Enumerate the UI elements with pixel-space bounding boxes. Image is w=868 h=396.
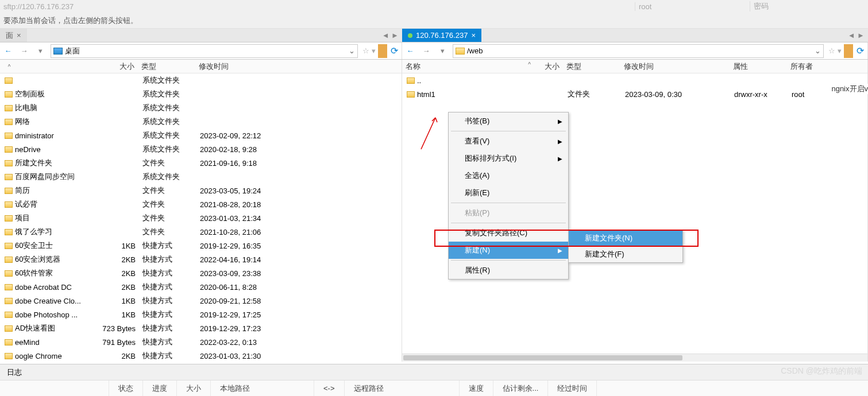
table-row[interactable]: 60安全浏览器2KB快捷方式2022-04-16, 19:14 xyxy=(0,253,402,266)
col-type[interactable]: 类型 xyxy=(563,61,620,72)
table-row[interactable]: 60安全卫士1KB快捷方式2019-12-29, 16:35 xyxy=(0,239,402,253)
status-progress: 进度 xyxy=(143,381,177,396)
password-field[interactable]: 密码 xyxy=(750,1,865,11)
refresh-icon[interactable]: ⟳ xyxy=(853,45,867,56)
close-icon[interactable]: × xyxy=(471,31,476,40)
table-row[interactable]: 系统文件夹 xyxy=(0,73,402,87)
submenu-newfolder[interactable]: 新建文件夹(N) xyxy=(569,230,682,246)
file-name: AD快速看图 xyxy=(1,323,93,333)
table-row[interactable]: dministrator系统文件夹2023-02-09, 22:12 xyxy=(0,129,402,142)
col-name[interactable]: 名称^ xyxy=(402,61,534,72)
file-mtime: 2023-01-03, 21:30 xyxy=(196,352,300,360)
table-row[interactable]: dobe Creative Clo...1KB快捷方式2020-09-21, 1… xyxy=(0,294,402,308)
user-field[interactable]: root xyxy=(635,2,750,11)
close-icon[interactable]: × xyxy=(17,31,21,40)
menu-selectall[interactable]: 全选(A) xyxy=(449,167,568,184)
col-mtime[interactable]: 修改时间 xyxy=(195,61,299,72)
folder-icon xyxy=(5,325,13,332)
log-strip[interactable]: 日志 xyxy=(0,364,868,380)
menu-view[interactable]: 查看(V)▶ xyxy=(449,133,568,150)
col-size[interactable]: 大小 xyxy=(92,61,138,72)
file-type: 文件夹 xyxy=(139,227,196,237)
local-header[interactable]: ^ 大小 类型 修改时间 xyxy=(0,60,402,73)
table-row[interactable]: html1文件夹2023-03-09, 0:30drwxr-xr-xroot xyxy=(402,87,867,101)
forward-button[interactable]: → xyxy=(418,43,434,59)
file-type: 系统文件夹 xyxy=(139,75,196,86)
table-row[interactable]: 网络系统文件夹 xyxy=(0,115,402,129)
chevron-down-icon[interactable]: ⌄ xyxy=(349,46,355,55)
table-row[interactable]: dobe Photoshop ...1KB快捷方式2019-12-29, 17:… xyxy=(0,308,402,321)
folder-icon xyxy=(5,353,13,359)
forward-button[interactable]: → xyxy=(16,43,32,59)
table-row[interactable]: 简历文件夹2023-03-05, 19:24 xyxy=(0,184,402,197)
table-row[interactable]: 所建文件夹文件夹2021-09-16, 9:18 xyxy=(0,156,402,170)
local-path-box[interactable]: ⌄ xyxy=(51,44,358,58)
file-name: .. xyxy=(403,76,535,85)
up-button[interactable]: ▾ xyxy=(32,43,48,59)
remote-header[interactable]: 名称^ 大小 类型 修改时间 属性 所有者 xyxy=(402,60,867,73)
table-row[interactable]: 60软件管家2KB快捷方式2023-03-09, 23:38 xyxy=(0,266,402,280)
remote-path-box[interactable]: ⌄ xyxy=(453,44,824,58)
table-row[interactable]: 试必背文件夹2021-08-28, 20:18 xyxy=(0,197,402,211)
table-row[interactable]: eeMind791 Bytes快捷方式2022-03-22, 0:13 xyxy=(0,335,402,349)
star-icon[interactable]: ☆ ▾ xyxy=(826,46,844,55)
table-row[interactable]: 项目文件夹2023-01-03, 21:34 xyxy=(0,211,402,225)
refresh-icon[interactable]: ⟳ xyxy=(387,45,402,56)
status-remotepath: 远程路径 xyxy=(345,381,460,396)
file-type: 文件夹 xyxy=(139,185,196,196)
table-row[interactable]: dobe Acrobat DC2KB快捷方式2020-06-11, 8:28 xyxy=(0,280,402,294)
status-size: 大小 xyxy=(177,381,211,396)
bookmark-button[interactable] xyxy=(378,44,387,58)
file-type: 快捷方式 xyxy=(139,337,196,347)
file-size: 1KB xyxy=(93,297,139,305)
star-icon[interactable]: ☆ ▾ xyxy=(360,46,378,55)
back-button[interactable]: ← xyxy=(0,43,16,59)
menu-copypath[interactable]: 复制文件夹路径(C) xyxy=(449,224,568,242)
sftp-address[interactable]: sftp://120.76.176.237 xyxy=(3,2,635,11)
bookmark-button[interactable] xyxy=(844,44,853,58)
folder-icon xyxy=(456,48,465,55)
file-type: 快捷方式 xyxy=(139,309,196,320)
col-type[interactable]: 类型 xyxy=(138,61,195,72)
col-attr[interactable]: 属性 xyxy=(730,61,787,72)
menu-refresh[interactable]: 刷新(E) xyxy=(449,184,568,201)
remote-path-input[interactable] xyxy=(467,46,812,55)
disk-icon xyxy=(53,48,63,55)
col-size[interactable]: 大小 xyxy=(534,61,563,72)
submenu-newfile[interactable]: 新建文件(F) xyxy=(569,246,682,262)
file-mtime: 2021-10-28, 21:06 xyxy=(196,228,300,236)
table-row[interactable]: 饿了么学习文件夹2021-10-28, 21:06 xyxy=(0,225,402,239)
folder-icon xyxy=(407,77,415,84)
file-mtime: 2023-01-03, 21:34 xyxy=(196,214,300,223)
table-row[interactable]: 百度网盘同步空间系统文件夹 xyxy=(0,170,402,184)
tab-nav-local[interactable]: ◄ ► xyxy=(382,29,402,42)
table-row[interactable]: oogle Chrome2KB快捷方式2023-01-03, 21:30 xyxy=(0,349,402,360)
table-row[interactable]: 比电脑系统文件夹 xyxy=(0,101,402,115)
col-mtime[interactable]: 修改时间 xyxy=(620,61,730,72)
menu-props[interactable]: 属性(R) xyxy=(449,262,568,279)
table-row[interactable]: .. xyxy=(402,73,867,87)
col-owner[interactable]: 所有者 xyxy=(787,61,821,72)
context-submenu: 新建文件夹(N) 新建文件(F) xyxy=(568,230,683,263)
menu-new[interactable]: 新建(N)▶ xyxy=(449,242,568,259)
file-mtime: 2019-12-29, 17:23 xyxy=(196,324,300,333)
back-button[interactable]: ← xyxy=(402,43,418,59)
tab-local[interactable]: 面 × xyxy=(0,29,27,42)
table-row[interactable]: neDrive系统文件夹2020-02-18, 9:28 xyxy=(0,142,402,156)
menu-iconarrange[interactable]: 图标排列方式(I)▶ xyxy=(449,150,568,167)
file-type: 快捷方式 xyxy=(139,268,196,278)
tab-remote[interactable]: 120.76.176.237 × xyxy=(402,29,481,42)
file-name: html1 xyxy=(403,90,535,99)
table-row[interactable]: 空制面板系统文件夹 xyxy=(0,87,402,101)
chevron-down-icon[interactable]: ⌄ xyxy=(815,46,821,55)
file-mtime: 2020-09-21, 12:58 xyxy=(196,297,300,305)
menu-bookmark[interactable]: 书签(B)▶ xyxy=(449,112,568,130)
folder-icon xyxy=(5,105,13,111)
file-name: neDrive xyxy=(1,145,93,154)
up-button[interactable]: ▾ xyxy=(434,43,450,59)
scrollbar[interactable] xyxy=(402,354,867,362)
tab-nav-remote[interactable]: ◄ ► xyxy=(848,29,868,42)
table-row[interactable]: AD快速看图723 Bytes快捷方式2019-12-29, 17:23 xyxy=(0,321,402,335)
file-mtime: 2022-04-16, 19:14 xyxy=(196,255,300,264)
local-path-input[interactable] xyxy=(65,46,346,55)
